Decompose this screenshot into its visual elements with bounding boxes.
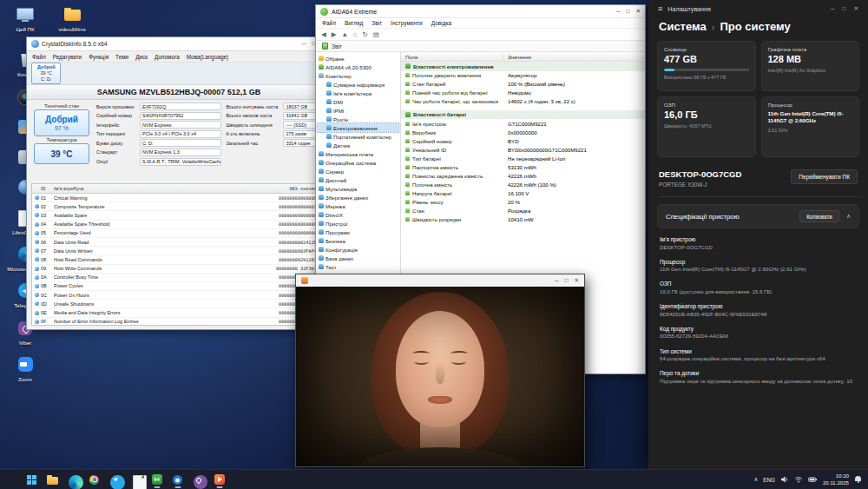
- chevron-up-icon[interactable]: ∧: [846, 213, 851, 220]
- aida-tree-item[interactable]: Зберігання даних: [316, 193, 400, 202]
- aida-menu-item[interactable]: Інструменти: [391, 20, 423, 26]
- video-frame[interactable]: [296, 287, 584, 466]
- aida-minimize-button[interactable]: ─: [616, 9, 621, 15]
- taskbar-app[interactable]: [210, 471, 228, 489]
- chart-icon[interactable]: ▤: [373, 31, 379, 38]
- ram-card[interactable]: ОЗП 16,0 ГБ Швидкість: 4267 МТ/с: [657, 96, 756, 157]
- language-indicator[interactable]: ENG: [763, 477, 775, 483]
- settings-maximize-button[interactable]: □: [843, 5, 846, 12]
- notification-bell-icon[interactable]: [854, 476, 862, 484]
- taskbar-app[interactable]: [64, 471, 82, 489]
- aida-tree-item[interactable]: Сумарна інформація: [316, 80, 400, 89]
- wifi-icon[interactable]: [794, 475, 803, 484]
- cdi-menu-item[interactable]: Диск: [135, 54, 148, 60]
- aida-tree-item[interactable]: Датчик: [316, 141, 400, 149]
- aida-tree-item[interactable]: Комп'ютер: [316, 71, 400, 80]
- cdi-smart-row[interactable]: 0E Media and Data Integrity Errors 00000…: [32, 308, 326, 317]
- taskbar-app[interactable]: [127, 471, 145, 489]
- player-titlebar[interactable]: ─ □ ✕: [296, 274, 584, 287]
- cdi-smart-row[interactable]: 0A Controller Busy Time 0000000000000131: [32, 274, 326, 282]
- aida-tree-item[interactable]: AIDA64 v6.20.5300: [316, 63, 400, 71]
- cdi-disk-tab[interactable]: Добрий 39 °C C: D:: [31, 63, 61, 84]
- cdi-smart-row[interactable]: 06 Data Units Read 0000000002412F44: [32, 238, 326, 247]
- rename-pc-button[interactable]: Перейменувати ПК: [791, 169, 858, 184]
- cdi-smart-row[interactable]: 03 Available Spare 0000000000000064: [32, 211, 326, 220]
- player-minimize-button[interactable]: ─: [555, 278, 559, 284]
- aida-info-row[interactable]: Стан батарей 100 % (Високий рівень): [401, 80, 645, 89]
- aida-tree-item[interactable]: Дисплей: [316, 175, 400, 184]
- aida-info-row[interactable]: Час роботи батареї, що залишився 14602 с…: [401, 97, 645, 106]
- cdi-temperature-box[interactable]: 39 °C: [34, 143, 89, 164]
- aida-menu-item[interactable]: Звіт: [372, 20, 382, 26]
- cdi-smart-row[interactable]: 0F Number of Error Information Log Entri…: [32, 318, 326, 326]
- taskbar-clock[interactable]: 10:20 20.11.2025: [823, 472, 849, 486]
- aida-column-value[interactable]: Значення: [503, 54, 531, 60]
- hamburger-icon[interactable]: ≡: [658, 4, 662, 13]
- aida-menu-item[interactable]: Файл: [322, 20, 336, 26]
- aida-tree-item[interactable]: Програми: [316, 228, 400, 236]
- aida-tree-item[interactable]: Материнська плата: [316, 149, 400, 158]
- player-close-button[interactable]: ✕: [575, 278, 579, 284]
- aida-tree-item[interactable]: Сервер: [316, 167, 400, 175]
- cdi-menu-item[interactable]: Мова(Language): [187, 54, 229, 60]
- hidden-icons-chevron[interactable]: ∧: [753, 476, 758, 483]
- settings-minimize-button[interactable]: ─: [831, 5, 835, 12]
- aida-tree-item[interactable]: Електроживлення: [316, 123, 400, 132]
- player-maximize-button[interactable]: □: [565, 278, 569, 284]
- aida-tree-item[interactable]: Ім'я комп'ютера: [316, 89, 400, 97]
- cdi-menu-item[interactable]: Теми: [115, 54, 128, 60]
- desktop-icon[interactable]: video&films: [52, 5, 92, 32]
- copy-button[interactable]: Копіювати: [799, 210, 839, 222]
- cdi-smart-row[interactable]: 09 Host Write Commands 00000000 32F391F6: [32, 265, 326, 274]
- taskbar-app[interactable]: [168, 471, 187, 489]
- aida-tree-item[interactable]: Конфігурація: [316, 245, 400, 254]
- cdi-smart-row[interactable]: 02 Composite Temperature 000000000000013…: [32, 202, 326, 211]
- cdi-minimize-button[interactable]: ─: [302, 41, 306, 47]
- aida-info-row[interactable]: Серійний номер BYD: [401, 136, 645, 145]
- aida-tree-item[interactable]: Тест: [316, 262, 400, 271]
- cdi-smart-row[interactable]: 08 Host Read Commands 0000000029128164: [32, 255, 326, 264]
- cpu-card[interactable]: Процесор 11th Gen Intel(R) Core(TM) i5-1…: [761, 96, 860, 157]
- settings-titlebar[interactable]: ≡ Налаштування ─ □ ✕: [648, 0, 868, 17]
- back-icon[interactable]: ◀: [321, 31, 326, 38]
- aida-tree-item[interactable]: IPMI: [316, 106, 400, 115]
- aida-info-row[interactable]: Повністю заряджена ємність 42226 mWh: [401, 171, 645, 180]
- aida-tree-item[interactable]: Операційна система: [316, 158, 400, 167]
- aida-info-row[interactable]: Тип батареї Не перезарядний Li-Ion: [401, 154, 645, 162]
- aida-info-row[interactable]: Швидкість розрядки 10410 mW: [401, 215, 645, 223]
- breadcrumb-system[interactable]: Система: [659, 20, 707, 33]
- storage-card[interactable]: Сховище 477 GB Використано 58 ГБ з 477 Г…: [657, 41, 756, 91]
- taskbar-app[interactable]: [85, 471, 103, 489]
- aida-tree-item[interactable]: DMI: [316, 97, 400, 106]
- desktop-icon[interactable]: Zoom: [5, 355, 45, 382]
- cdi-menu-item[interactable]: Редагувати: [53, 54, 82, 60]
- cdi-smart-row[interactable]: 01 Critical Warning 0000000000000000: [32, 194, 326, 202]
- aida-info-row[interactable]: Унікальний ID BYD0x00000000G71C000M9221: [401, 145, 645, 154]
- taskbar-app[interactable]: [106, 471, 124, 489]
- cdi-menu-item[interactable]: Допомога: [155, 54, 180, 60]
- desktop-icon[interactable]: Цей ПК: [5, 5, 45, 32]
- aida-info-row[interactable]: Паспортна ємність 53130 mWh: [401, 162, 645, 171]
- home-icon[interactable]: ⌂: [353, 31, 358, 38]
- aida-info-row[interactable]: Поточне джерело живлення Акумулятор: [401, 71, 645, 80]
- aida-info-row[interactable]: Повний час роботи від батареї Невідомо: [401, 89, 645, 97]
- aida-tree-item[interactable]: Обране: [316, 54, 400, 63]
- aida-close-button[interactable]: ✕: [636, 9, 641, 15]
- refresh-icon[interactable]: ↻: [363, 31, 368, 38]
- aida-info-row[interactable]: Поточна ємність 42226 mWh (100 %): [401, 180, 645, 188]
- cdi-smart-row[interactable]: 05 Percentage Used 0000000000000003: [32, 229, 326, 238]
- aida-titlebar[interactable]: AIDA64 Extreme ─ □ ✕: [316, 5, 645, 18]
- aida-menu-item[interactable]: Вигляд: [345, 20, 363, 26]
- cdi-health-box[interactable]: Добрий 97 %: [34, 109, 89, 136]
- aida-tree-item[interactable]: Безпека: [316, 236, 400, 245]
- settings-close-button[interactable]: ✕: [854, 5, 858, 12]
- gpu-card[interactable]: Графічна плата 128 MB Intel(R) Iris(R) X…: [761, 41, 860, 91]
- aida-tree-item[interactable]: Мультимедіа: [316, 184, 400, 193]
- forward-icon[interactable]: ▶: [332, 31, 337, 38]
- cdi-menu-item[interactable]: Файл: [32, 54, 46, 60]
- aida-info-row[interactable]: Виробник 0x00000000: [401, 128, 645, 136]
- speaker-icon[interactable]: [780, 475, 789, 484]
- cdi-titlebar[interactable]: CrystalDiskInfo 8.5.0 x64 ─ □ ✕: [27, 37, 331, 51]
- aida-tree-item[interactable]: DirectX: [316, 210, 400, 219]
- battery-icon[interactable]: [808, 475, 818, 484]
